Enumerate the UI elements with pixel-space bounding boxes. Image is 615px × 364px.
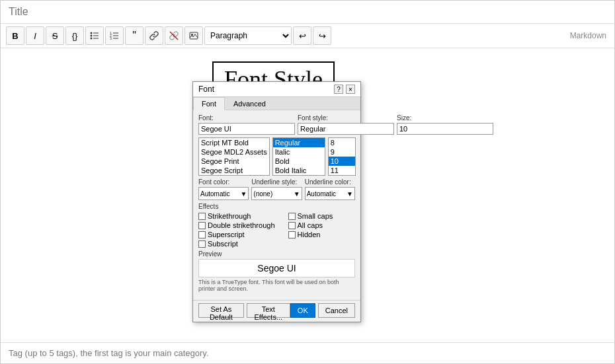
list-item[interactable]: 9 xyxy=(329,147,355,157)
list-item[interactable]: 12 xyxy=(329,175,355,176)
underline-style-label: Underline style: xyxy=(251,178,302,186)
dialog-body: Font: Font style: Size: xyxy=(193,110,360,300)
font-list-wrap: Script MT Bold Segoe MDL2 Assets Segoe P… xyxy=(198,137,355,176)
strikethrough-label: Strikethrough xyxy=(208,212,251,220)
dialog-title-actions: ? × xyxy=(334,85,355,94)
italic-button[interactable]: I xyxy=(26,26,44,45)
set-as-default-button[interactable]: Set As Default xyxy=(198,303,244,318)
underline-style-field: Underline style: (none) ▼ xyxy=(251,178,302,200)
hidden-label: Hidden xyxy=(298,231,321,238)
undo-button[interactable]: ↩ xyxy=(293,26,311,45)
all-caps-checkbox[interactable] xyxy=(288,222,296,229)
underline-row: Font color: Automatic ▼ Underline style:… xyxy=(198,178,355,200)
dialog-tabs: Font Advanced xyxy=(193,97,360,110)
svg-rect-3 xyxy=(93,36,99,36)
font-color-arrow[interactable]: ▼ xyxy=(240,190,247,198)
blockquote-button[interactable]: " xyxy=(125,26,144,45)
list-item-selected[interactable]: 10 xyxy=(329,157,355,166)
underline-color-select[interactable]: Automatic ▼ xyxy=(305,187,355,200)
tag-input[interactable] xyxy=(9,348,606,358)
font-style-list[interactable]: Regular Italic Bold Bold Italic xyxy=(272,137,325,176)
unordered-list-button[interactable] xyxy=(85,26,104,45)
font-name-input[interactable] xyxy=(198,123,295,135)
preview-section: Preview Segoe UI This is a TrueType font… xyxy=(198,250,355,292)
list-item[interactable]: Script MT Bold xyxy=(199,138,269,147)
effect-superscript: Superscript xyxy=(198,231,275,238)
ok-button[interactable]: OK xyxy=(290,303,315,318)
effect-strikethrough: Strikethrough xyxy=(198,212,275,220)
list-item[interactable]: Bold xyxy=(273,157,325,166)
underline-style-arrow[interactable]: ▼ xyxy=(294,190,300,198)
font-dialog: Font ? × Font Advanced Font: xyxy=(192,81,361,322)
effect-double-strikethrough: Double strikethrough xyxy=(198,221,275,229)
code-button[interactable]: {} xyxy=(65,26,84,45)
underline-color-arrow[interactable]: ▼ xyxy=(347,190,353,198)
text-effects-button[interactable]: Text Effects... xyxy=(247,303,290,318)
font-name-list[interactable]: Script MT Bold Segoe MDL2 Assets Segoe P… xyxy=(198,137,270,176)
dialog-close-button[interactable]: × xyxy=(346,85,355,94)
bold-button[interactable]: B xyxy=(6,26,24,45)
font-style-input[interactable] xyxy=(298,123,394,135)
title-bar xyxy=(1,1,614,24)
underline-style-select[interactable]: (none) ▼ xyxy=(251,187,302,200)
image-button[interactable] xyxy=(184,26,203,45)
superscript-checkbox[interactable] xyxy=(198,231,206,238)
paragraph-select-wrap[interactable]: Paragraph Heading 1 Heading 2 Heading 3 xyxy=(204,26,292,45)
ordered-list-icon: 1. 2. 3. xyxy=(110,31,119,40)
font-name-field: Font: xyxy=(198,114,295,135)
effects-section: Effects Strikethrough Double strikethrou… xyxy=(198,203,355,248)
editor-container: B I S {} 1. 2. 3 xyxy=(0,0,615,364)
svg-point-2 xyxy=(91,35,93,37)
title-input[interactable] xyxy=(9,6,606,18)
toolbar: B I S {} 1. 2. 3 xyxy=(1,24,614,48)
list-item[interactable]: Segoe MDL2 Assets xyxy=(199,147,269,157)
list-item-selected[interactable]: Regular xyxy=(273,138,325,147)
small-caps-checkbox[interactable] xyxy=(288,213,296,220)
ordered-list-button[interactable]: 1. 2. 3. xyxy=(105,26,124,45)
font-color-select[interactable]: Automatic ▼ xyxy=(198,187,249,200)
list-item[interactable]: Bold Italic xyxy=(273,166,325,175)
font-style-list-col: Regular Italic Bold Bold Italic xyxy=(272,137,325,176)
unlink-button[interactable] xyxy=(165,26,183,45)
font-style-field: Font style: xyxy=(298,114,394,135)
font-fields-row: Font: Font style: Size: xyxy=(198,114,355,135)
paragraph-select[interactable]: Paragraph Heading 1 Heading 2 Heading 3 xyxy=(205,27,291,44)
list-item[interactable]: Segoe Script xyxy=(199,166,269,175)
dialog-footer-left: Set As Default Text Effects... xyxy=(198,303,290,318)
font-size-list[interactable]: 8 9 10 11 12 xyxy=(328,137,356,176)
list-item[interactable]: Segoe Print xyxy=(199,157,269,166)
effect-hidden: Hidden xyxy=(288,231,333,238)
all-caps-label: All caps xyxy=(298,221,323,229)
superscript-label: Superscript xyxy=(208,231,245,238)
image-icon xyxy=(189,31,198,40)
preview-text: Segoe UI xyxy=(257,263,296,273)
svg-point-4 xyxy=(91,38,93,40)
redo-button[interactable]: ↪ xyxy=(313,26,331,45)
font-name-list-col: Script MT Bold Segoe MDL2 Assets Segoe P… xyxy=(198,137,270,176)
svg-rect-9 xyxy=(113,36,118,36)
dialog-title-text: Font xyxy=(198,85,214,94)
list-item[interactable]: Italic xyxy=(273,147,325,157)
cancel-button[interactable]: Cancel xyxy=(318,303,355,318)
font-size-input[interactable] xyxy=(397,123,493,135)
strikethrough-button[interactable]: S xyxy=(46,26,64,45)
dialog-title-bar: Font ? × xyxy=(193,82,360,97)
hidden-checkbox[interactable] xyxy=(288,231,296,238)
double-strikethrough-checkbox[interactable] xyxy=(198,222,206,229)
underline-color-value: Automatic xyxy=(307,190,336,198)
tag-bar xyxy=(1,342,614,363)
subscript-checkbox[interactable] xyxy=(198,240,206,248)
effects-left-col: Strikethrough Double strikethrough Super… xyxy=(198,212,275,248)
link-button[interactable] xyxy=(145,26,163,45)
list-item[interactable]: 8 xyxy=(329,138,355,147)
svg-rect-7 xyxy=(113,33,118,34)
list-item-selected[interactable]: Segoe UI xyxy=(199,175,269,176)
dialog-help-button[interactable]: ? xyxy=(334,85,343,94)
svg-point-14 xyxy=(191,34,193,36)
list-item[interactable]: 11 xyxy=(329,166,355,175)
tab-advanced[interactable]: Advanced xyxy=(225,97,274,110)
svg-rect-11 xyxy=(113,38,118,39)
effects-right-col: Small caps All caps Hidden xyxy=(288,212,333,248)
tab-font[interactable]: Font xyxy=(193,97,225,110)
strikethrough-checkbox[interactable] xyxy=(198,213,206,220)
